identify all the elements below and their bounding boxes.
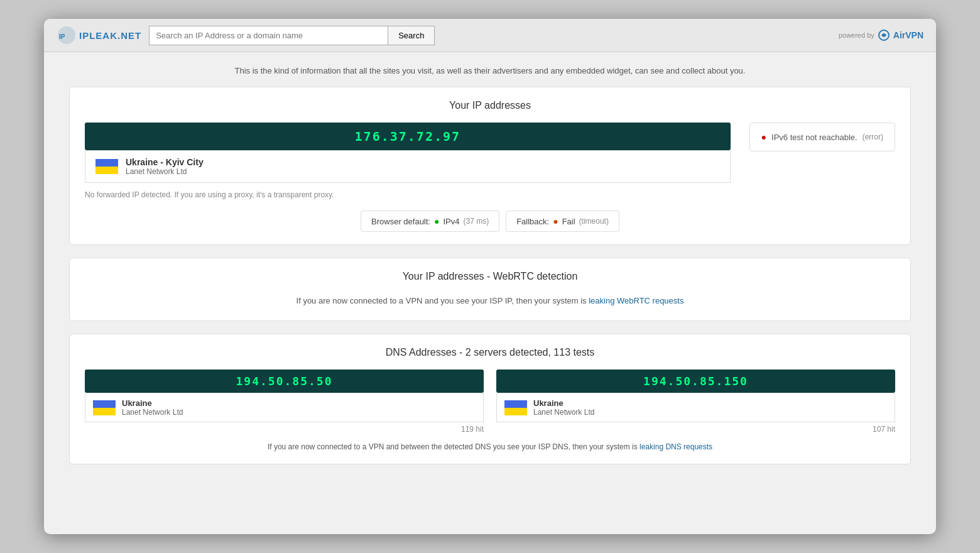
tagline: This is the kind of information that all…	[69, 58, 911, 87]
browser-default-dot: ●	[434, 216, 439, 226]
dns-title: DNS Addresses - 2 servers detected, 113 …	[85, 347, 895, 358]
fallback-dot: ●	[553, 216, 558, 226]
browser-default-ms: (37 ms)	[463, 217, 489, 226]
ip-right: ● IPv6 test not reachable. (error)	[749, 123, 895, 151]
webrtc-desc-text: If you are now connected to a VPN and yo…	[297, 296, 587, 305]
ipv6-error: (error)	[863, 133, 883, 141]
dns-country-1: Ukraine	[122, 398, 183, 408]
logo: IP IPLEAK.NET	[57, 25, 141, 45]
dns-leak-link[interactable]: leaking DNS requests	[640, 442, 712, 451]
airvpn-icon	[878, 30, 890, 41]
dns-note-text: If you are now connected to a VPN and be…	[268, 442, 638, 451]
fallback-label: Fallback:	[516, 217, 549, 226]
header: IP IPLEAK.NET Search powered by AirVPN	[44, 19, 936, 52]
browser-window: IP IPLEAK.NET Search powered by AirVPN T…	[44, 19, 936, 534]
airvpn-label: AirVPN	[893, 30, 923, 40]
webrtc-leak-link[interactable]: leaking WebRTC requests	[589, 296, 683, 305]
dns-ip-1: 194.50.85.50	[85, 370, 484, 393]
browser-default-status: IPv4	[443, 217, 459, 226]
ip-isp: Lanet Network Ltd	[126, 167, 204, 176]
dns-info-2: Ukraine Lanet Network Ltd	[533, 398, 594, 417]
flag-blue	[95, 159, 118, 167]
ipv6-label: IPv6 test not reachable.	[771, 133, 858, 142]
ip-country: Ukraine - Kyiv City	[126, 157, 204, 167]
fallback-box: Fallback: ● Fail (timeout)	[506, 211, 619, 232]
dns-server-2: 194.50.85.150 Ukraine Lanet Network Ltd …	[496, 370, 895, 434]
dns-servers: 194.50.85.50 Ukraine Lanet Network Ltd 1…	[85, 370, 895, 434]
dns-note: If you are now connected to a VPN and be…	[85, 442, 895, 451]
dns-location-2: Ukraine Lanet Network Ltd	[496, 393, 895, 422]
dns-flag-1-yellow	[93, 408, 116, 415]
ip-card-title: Your IP addresses	[85, 100, 895, 111]
ip-left: 176.37.72.97 Ukraine - Kyiv City Lanet N…	[85, 123, 731, 199]
logo-icon: IP	[57, 25, 77, 45]
logo-text: IPLEAK.NET	[79, 30, 141, 41]
dns-country-2: Ukraine	[533, 398, 594, 408]
ip-card-content: 176.37.72.97 Ukraine - Kyiv City Lanet N…	[85, 123, 895, 199]
dns-server-1: 194.50.85.50 Ukraine Lanet Network Ltd 1…	[85, 370, 484, 434]
webrtc-card: Your IP addresses - WebRTC detection If …	[69, 258, 911, 321]
powered-by-text: powered by	[839, 31, 874, 39]
flag-yellow	[95, 167, 118, 174]
dns-location-1: Ukraine Lanet Network Ltd	[85, 393, 484, 422]
dns-hits-1: 119 hit	[85, 425, 484, 434]
main-content: This is the kind of information that all…	[44, 52, 936, 496]
browser-tests: Browser default: ● IPv4 (37 ms) Fallback…	[85, 211, 895, 232]
dns-flag-1	[93, 400, 116, 415]
ukraine-flag	[95, 159, 118, 174]
svg-text:IP: IP	[59, 33, 65, 40]
webrtc-title: Your IP addresses - WebRTC detection	[85, 271, 895, 282]
dns-flag-2-yellow	[504, 408, 527, 415]
browser-default-label: Browser default:	[371, 217, 430, 226]
dns-ip-2: 194.50.85.150	[496, 370, 895, 393]
search-form: Search	[149, 26, 435, 45]
header-left: IP IPLEAK.NET Search	[57, 25, 435, 45]
ip-location-info: Ukraine - Kyiv City Lanet Network Ltd	[126, 157, 204, 176]
ipv6-box: ● IPv6 test not reachable. (error)	[749, 123, 895, 151]
dns-flag-2-blue	[504, 400, 527, 408]
dns-info-1: Ukraine Lanet Network Ltd	[122, 398, 183, 417]
ipv6-status-dot: ●	[761, 132, 766, 142]
dns-isp-1: Lanet Network Ltd	[122, 408, 183, 417]
fallback-status: Fail	[562, 217, 575, 226]
ip-addresses-card: Your IP addresses 176.37.72.97 Ukraine -…	[69, 87, 911, 245]
dns-flag-2	[504, 400, 527, 415]
dns-isp-2: Lanet Network Ltd	[533, 408, 594, 417]
header-right: powered by AirVPN	[839, 30, 923, 41]
dns-flag-1-blue	[93, 400, 116, 408]
dns-card: DNS Addresses - 2 servers detected, 113 …	[69, 334, 911, 464]
ip-location-box: Ukraine - Kyiv City Lanet Network Ltd	[85, 150, 731, 183]
browser-default-box: Browser default: ● IPv4 (37 ms)	[361, 211, 499, 232]
search-button[interactable]: Search	[388, 26, 435, 45]
fallback-reason: (timeout)	[579, 217, 609, 226]
webrtc-description: If you are now connected to a VPN and yo…	[85, 293, 895, 308]
no-forward-text: No forwarded IP detected. If you are usi…	[85, 190, 731, 199]
search-input[interactable]	[149, 26, 388, 45]
ip-display: 176.37.72.97	[85, 123, 731, 150]
dns-hits-2: 107 hit	[496, 425, 895, 434]
